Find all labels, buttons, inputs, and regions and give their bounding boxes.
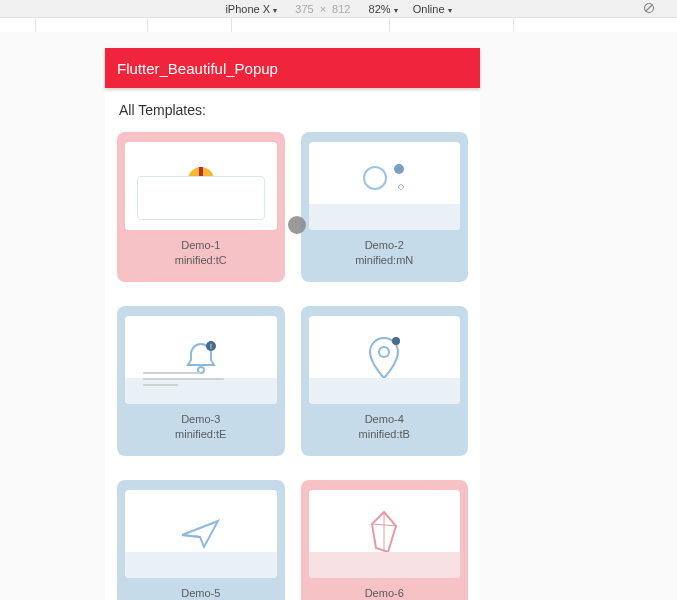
bell-icon: ! <box>125 316 277 404</box>
devtools-ruler <box>0 18 677 32</box>
card-label: Demo-5minified:mP <box>172 586 229 600</box>
device-stage: Flutter_Beautiful_Popup All Templates: D… <box>0 32 677 600</box>
card-subtitle: minified:tC <box>175 253 227 268</box>
network-select[interactable]: Online ▾ <box>413 3 452 15</box>
card-label: Demo-2minified:mN <box>355 238 413 268</box>
pin-icon <box>309 316 461 404</box>
app-page: All Templates: Demo-1minified:tCDemo-2mi… <box>105 88 480 600</box>
template-grid: Demo-1minified:tCDemo-2minified:mN!Demo-… <box>115 132 470 600</box>
card-title: Demo-2 <box>355 238 413 253</box>
template-card[interactable]: Demo-5minified:mP <box>117 480 285 600</box>
card-title: Demo-6 <box>359 586 410 600</box>
device-height[interactable]: 812 <box>332 3 350 15</box>
svg-point-5 <box>364 167 386 189</box>
card-label: Demo-3minified:tE <box>175 412 226 442</box>
card-subtitle: minified:mN <box>355 253 413 268</box>
template-card[interactable]: Demo-6minified:tA <box>301 480 469 600</box>
svg-text:!: ! <box>210 343 212 350</box>
card-subtitle: minified:tE <box>175 427 226 442</box>
gift-icon <box>125 142 277 230</box>
plane-icon <box>125 490 277 578</box>
chevron-down-icon: ▾ <box>448 6 452 15</box>
template-card[interactable]: !Demo-3minified:tE <box>117 306 285 456</box>
card-title: Demo-4 <box>359 412 410 427</box>
card-label: Demo-1minified:tC <box>175 238 227 268</box>
template-card[interactable]: Demo-4minified:tB <box>301 306 469 456</box>
card-title: Demo-5 <box>172 586 229 600</box>
device-select[interactable]: iPhone X ▾ <box>225 3 277 15</box>
zoom-select[interactable]: 82% ▾ <box>369 3 398 15</box>
app-title: Flutter_Beautiful_Popup <box>117 60 278 77</box>
crystal-icon <box>309 490 461 578</box>
card-label: Demo-6minified:tA <box>359 586 410 600</box>
moon-icon <box>309 142 461 230</box>
card-title: Demo-3 <box>175 412 226 427</box>
chevron-down-icon: ▾ <box>273 6 277 15</box>
device-width[interactable]: 375 <box>295 3 313 15</box>
dim-sep: × <box>320 3 326 15</box>
template-card[interactable]: Demo-2minified:mN <box>301 132 469 282</box>
devtools-device-toolbar: iPhone X ▾ 375 × 812 82% ▾ Online ▾ <box>0 0 677 18</box>
rotate-icon[interactable] <box>643 2 655 16</box>
touch-cursor-icon <box>288 216 306 234</box>
card-subtitle: minified:tB <box>359 427 410 442</box>
template-card[interactable]: Demo-1minified:tC <box>117 132 285 282</box>
svg-line-1 <box>646 4 653 11</box>
section-title: All Templates: <box>115 102 470 118</box>
svg-point-6 <box>394 164 404 174</box>
card-label: Demo-4minified:tB <box>359 412 410 442</box>
chevron-down-icon: ▾ <box>394 6 398 15</box>
svg-point-11 <box>392 337 400 345</box>
svg-point-10 <box>379 347 389 357</box>
card-title: Demo-1 <box>175 238 227 253</box>
app-bar: Flutter_Beautiful_Popup <box>105 48 480 88</box>
